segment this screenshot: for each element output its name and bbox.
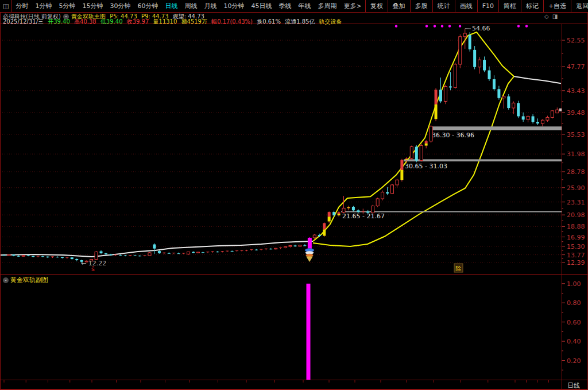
candle: [100, 250, 103, 254]
candle: [541, 119, 544, 126]
candle: [556, 107, 559, 113]
zone-band: [404, 159, 562, 161]
button-复权[interactable]: 复权: [365, 0, 388, 12]
svg-text:54.66: 54.66: [472, 25, 490, 32]
candle: [61, 257, 64, 258]
candle: [488, 67, 491, 81]
candle: [192, 252, 195, 253]
candle: [138, 255, 141, 256]
candle: [172, 253, 175, 254]
candle: [144, 255, 146, 256]
subchart-header: ⌄黄金双轨副图: [3, 276, 48, 284]
tab-60分钟[interactable]: 60分钟: [134, 0, 161, 12]
candle: [507, 94, 510, 110]
candle: [517, 101, 520, 118]
candle: [177, 253, 180, 254]
subchart-indicator-name[interactable]: 黄金双轨副图: [10, 276, 48, 284]
candle: [546, 116, 549, 122]
top-toolbar: ◫ 分时1分钟5分钟15分钟30分钟60分钟日线周线月线10分钟45日线季线年线…: [0, 0, 588, 13]
candle: [250, 249, 253, 250]
candle: [459, 34, 462, 68]
zone-band: [431, 126, 562, 130]
svg-text:ŝ: ŝ: [91, 265, 95, 273]
candle: [527, 115, 529, 123]
signal-dot: [425, 25, 428, 27]
window-layout-icon[interactable]: ◫: [0, 0, 12, 12]
subchart-bars: [307, 284, 311, 380]
candle: [231, 250, 234, 252]
signal-dot: [525, 25, 528, 27]
tab-年线[interactable]: 年线: [295, 0, 314, 12]
candle: [536, 118, 539, 125]
tab-1分钟[interactable]: 1分钟: [32, 0, 55, 12]
tab-周线[interactable]: 周线: [181, 0, 200, 12]
tab-月线[interactable]: 月线: [200, 0, 220, 12]
candle: [56, 256, 59, 257]
button-标记[interactable]: 标记: [521, 0, 543, 12]
collapse-sub-icon[interactable]: ⌄: [3, 277, 9, 283]
candle: [347, 206, 350, 210]
button-简框[interactable]: 简框: [498, 0, 521, 12]
button-+自选[interactable]: +自选: [543, 0, 571, 12]
tab-30分钟[interactable]: 30分钟: [106, 0, 134, 12]
gem-marker-icon: [305, 249, 314, 262]
tab-10分钟[interactable]: 10分钟: [220, 0, 247, 12]
quote-sector[interactable]: 轨交设备: [319, 18, 342, 25]
candle: [211, 252, 214, 253]
candle: [202, 252, 204, 253]
candle: [512, 101, 515, 114]
candle: [255, 249, 258, 250]
candle: [163, 252, 165, 254]
candle: [299, 245, 301, 246]
candle: [27, 255, 30, 256]
corner-icons: ◇◨: [544, 13, 561, 20]
quote-low: 低39.40: [100, 18, 123, 25]
button-画线[interactable]: 画线: [455, 0, 477, 12]
candle: [400, 159, 403, 182]
candle: [396, 179, 399, 187]
tab-15分钟[interactable]: 15分钟: [79, 0, 106, 12]
button-F10[interactable]: F10: [477, 0, 498, 12]
tab-多周期[interactable]: 多周期: [314, 0, 340, 12]
button-叠加[interactable]: 叠加: [388, 0, 410, 12]
tab-季线[interactable]: 季线: [275, 0, 295, 12]
candle: [502, 95, 505, 109]
tab-分时[interactable]: 分时: [12, 0, 32, 12]
candle: [148, 252, 151, 256]
button-多股[interactable]: 多股: [410, 0, 432, 12]
tab-日线[interactable]: 日线: [161, 0, 181, 12]
candle: [493, 75, 496, 91]
panel-split-icon[interactable]: ◨: [552, 13, 561, 20]
diamond-icon[interactable]: ◇: [544, 13, 552, 20]
signal-dot: [517, 25, 520, 27]
candle: [32, 256, 34, 257]
quote-close: 收39.97: [127, 18, 149, 25]
button-返回[interactable]: 返回: [571, 0, 588, 12]
tab-更多>[interactable]: 更多>: [340, 0, 365, 12]
gridlines: [0, 40, 562, 262]
candle: [483, 56, 486, 72]
candle: [469, 32, 471, 52]
candle: [352, 206, 355, 212]
tab-5分钟[interactable]: 5分钟: [55, 0, 79, 12]
candle: [332, 211, 335, 217]
chart-canvas[interactable]: 36.30 - 36.9630.65 - 31.0321.65 - 21.675…: [0, 0, 588, 390]
indicator-lines: [0, 32, 561, 257]
candle: [124, 255, 127, 256]
candle: [75, 258, 78, 261]
candle: [454, 63, 457, 88]
candle: [65, 257, 68, 258]
toolbar-buttons: 复权叠加多股统计画线F10简框标记+自选返回: [365, 0, 588, 12]
candle: [129, 255, 131, 256]
button-统计[interactable]: 统计: [432, 0, 455, 12]
candle: [522, 113, 525, 122]
candle: [71, 257, 74, 260]
candle: [313, 234, 316, 239]
candle: [323, 222, 326, 237]
svg-text:21.65 - 21.67: 21.65 - 21.67: [342, 213, 385, 220]
candle: [473, 46, 476, 69]
signal-dot: [448, 25, 451, 27]
tab-45日线[interactable]: 45日线: [247, 0, 275, 12]
watch-line-post: [514, 76, 561, 83]
candle: [328, 211, 331, 223]
